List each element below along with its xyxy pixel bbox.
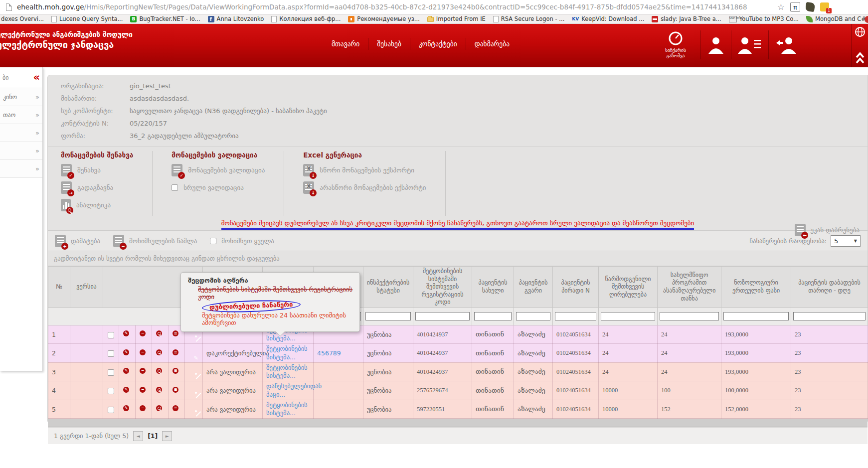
col-inspection[interactable]: ინსპექტირების სტატუსი <box>363 267 413 308</box>
bookmark-item[interactable]: Коллекция веб-фр... <box>271 15 341 22</box>
bookmark-item[interactable]: fAnna Litovzenko <box>208 15 264 22</box>
sidebar-item[interactable]: კინო <box>0 88 42 106</box>
url-text[interactable]: ehealth.moh.gov.ge/Hmis/ReportingNewTest… <box>17 3 868 11</box>
bookmark-item[interactable]: RSA Secure Logon - ... <box>493 15 565 22</box>
checkbox-icon[interactable] <box>210 238 216 244</box>
bookmark-item[interactable]: slady: Java B-Tree a... <box>652 15 721 22</box>
bookmark-item[interactable]: dexes Overvi... <box>1 15 44 22</box>
birth-day-filter-input[interactable] <box>793 312 866 320</box>
records-count-select[interactable]: 5▼ <box>831 235 861 247</box>
nav-item-about[interactable]: შესახებ <box>368 38 410 50</box>
chevron-right-icon <box>35 129 39 137</box>
bookmark-item[interactable]: MongoDB and C# - ... <box>806 15 868 22</box>
document-icon <box>113 235 124 247</box>
table-row: 5 არა ვალიდურია შეტყობინების სისტემა... … <box>48 400 868 419</box>
error-link[interactable]: შეტყობინების სისტემა... <box>266 345 310 361</box>
bookmark-item[interactable]: SNIP MP3YouTube to MP3 Co... <box>729 15 799 22</box>
col-version[interactable]: ვერსია <box>70 267 103 308</box>
row-checkbox[interactable] <box>108 332 114 338</box>
row-checkbox[interactable] <box>108 369 114 376</box>
col-reg-code[interactable]: შეტყობინების სისტემაში შემთხვევის რეგისტ… <box>413 267 472 308</box>
send-badge-icon <box>67 189 74 196</box>
export-invalid-button[interactable]: არასწორი მონაცემების ექსპორტი <box>303 181 426 194</box>
table-header-row: № ვერსია სტატუსი▼ შეცდომის აღწერა კომენტ… <box>48 267 868 308</box>
analytics-button[interactable]: ანალიტიკა <box>61 198 133 212</box>
add-record-button[interactable]: დამატება <box>55 235 100 247</box>
last-name-filter-input[interactable] <box>516 312 550 320</box>
sidebar-collapse-button[interactable]: « <box>33 72 40 83</box>
bookmark-item[interactable]: KVKeepVid: Download ... <box>572 15 644 22</box>
pager-current-page[interactable]: [1] <box>148 432 158 440</box>
back-button[interactable]: უკან დაბრუნება <box>795 224 860 236</box>
pager-prev-button[interactable]: ◄ <box>133 431 143 441</box>
row-checkbox[interactable] <box>108 350 114 357</box>
user-switch-icon[interactable] <box>775 36 796 54</box>
grasshopper-extension-icon[interactable] <box>805 2 815 12</box>
inspection-filter-input[interactable] <box>365 312 411 320</box>
collapse-up-icon[interactable] <box>855 51 865 64</box>
speedometer-icon <box>668 31 683 46</box>
first-name-filter-input[interactable] <box>474 312 512 320</box>
col-birth-day[interactable]: პაციენტის დაბადების თარიღი - დღე <box>791 267 868 308</box>
section-validation: მონაცემების ვალიდაცია მონაცემების ვალიდა… <box>172 151 284 216</box>
bookmark-item[interactable]: Lucene Query Synta... <box>51 15 123 22</box>
delete-selected-button[interactable]: მონიშნულების წაშლა <box>113 235 197 247</box>
sidebar: ბი « კინო თაო <box>0 67 43 371</box>
col-personal-n[interactable]: პაციენტის პირადი N <box>553 267 599 308</box>
error-link[interactable]: შეტყობინების სისტემა... <box>266 364 310 380</box>
full-validation-checkbox[interactable]: სრული ვალიდაცია <box>172 181 265 194</box>
bookmark-star-icon[interactable]: ☆ <box>777 2 785 12</box>
sidebar-item[interactable] <box>0 124 42 142</box>
bookmark-item[interactable]: BBugTracker.NET - Io... <box>130 15 200 22</box>
col-case-cost[interactable]: წარმოდგენილი შემთხვევის ღირებულება <box>599 267 658 308</box>
filter-cell <box>472 308 514 325</box>
reg-code-filter-input[interactable] <box>415 312 470 320</box>
pi-extension-icon[interactable]: π <box>790 2 800 12</box>
row-checkbox[interactable] <box>108 407 114 413</box>
col-last-name[interactable]: პაციენტის გვარი <box>514 267 553 308</box>
unit-price-filter-input[interactable] <box>723 312 789 320</box>
pager-next-button[interactable]: ► <box>162 431 172 441</box>
personal-n-filter-input[interactable] <box>555 312 596 320</box>
check-badge-icon <box>67 172 74 179</box>
case-cost-filter-input[interactable] <box>601 312 655 320</box>
row-checkbox[interactable] <box>108 388 114 394</box>
checkbox-icon[interactable] <box>172 184 178 191</box>
comment-link[interactable]: 456789 <box>317 349 341 357</box>
bookmark-item[interactable]: Рекомендуемые уз... <box>348 15 419 22</box>
state-amount-filter-input[interactable] <box>660 312 719 320</box>
error-link[interactable]: შეტყობინების სისტემა... <box>266 401 310 418</box>
col-num[interactable]: № <box>48 267 70 308</box>
bookmark-item[interactable]: Imported From IE <box>427 15 486 22</box>
col-unit-price[interactable]: ნოზოლოგიური ერთეულის ფასი <box>721 267 791 308</box>
nav-item-help[interactable]: დახმარება <box>466 38 518 50</box>
user-list-icon[interactable] <box>738 36 762 54</box>
nav-item-home[interactable]: მთავარი <box>323 38 368 50</box>
send-button[interactable]: გადაგზავნა <box>61 181 133 194</box>
save-button[interactable]: შენახვა <box>61 163 133 177</box>
user-icon[interactable] <box>707 36 724 54</box>
mongodb-leaf-icon <box>806 16 813 22</box>
sidebar-item[interactable] <box>0 142 42 160</box>
bar-chart-icon <box>61 199 71 211</box>
speed-test-button[interactable]: სიჩქარის გაზომვა <box>657 31 694 59</box>
extension-icon[interactable]: 1 <box>820 2 829 11</box>
horizontal-scrollbar[interactable] <box>48 419 868 427</box>
sidebar-item[interactable]: თაო <box>0 106 42 124</box>
info-row: სუბ კომპონენტი:საყოველთაო ჯანდაცვა (N36 … <box>61 107 858 115</box>
nav-item-contacts[interactable]: კონტაქტები <box>410 38 466 50</box>
col-first-name[interactable]: პაციენტის სახელი <box>472 267 514 308</box>
divider <box>48 147 868 147</box>
export-valid-button[interactable]: სწორი მონაცემების ექსპორტი <box>303 163 426 177</box>
error-link[interactable]: დაწესებულებიდან პაცი... <box>266 382 322 399</box>
magnifier-badge-icon <box>66 207 73 214</box>
error-tooltip: შეცდომის აღწერა შეტყობინების სისტემაში შ… <box>180 272 360 332</box>
globe-icon[interactable] <box>855 26 866 37</box>
header-nav: მთავარი შესახებ კონტაქტები დახმარება <box>323 38 518 50</box>
sidebar-item[interactable] <box>0 160 42 178</box>
col-state-amount[interactable]: სახელმწიფო პროგრამით ასანაზღაურებელი თან… <box>658 267 721 308</box>
select-all-checkbox[interactable]: მონიშნეთ ყველა <box>210 237 274 245</box>
validate-button[interactable]: მონაცემების ვალიდაცია <box>172 163 265 177</box>
filter-cell <box>553 308 599 325</box>
header-side-strip <box>851 24 868 67</box>
